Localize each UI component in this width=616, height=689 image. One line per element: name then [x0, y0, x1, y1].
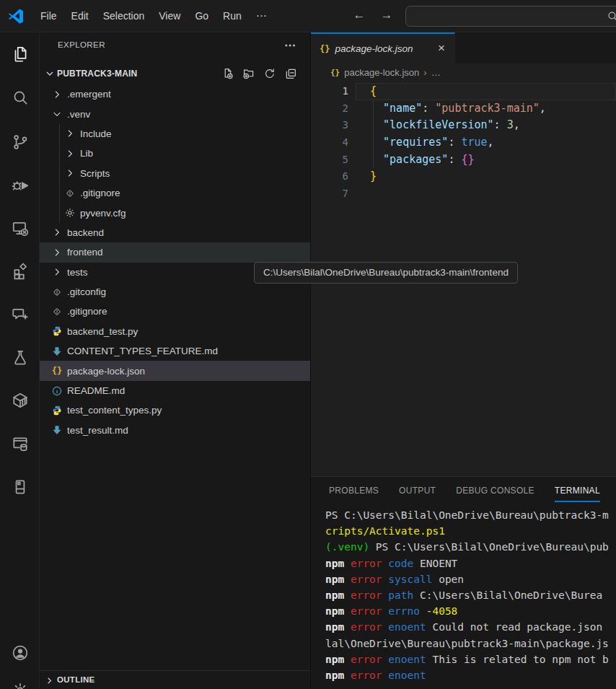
new-folder-icon[interactable] [242, 67, 255, 80]
tab-package-lock-json[interactable]: {} package-lock.json × [311, 32, 455, 63]
tree-file-readme-md[interactable]: README.md [40, 381, 310, 400]
explorer-more-button[interactable]: ⋯ [281, 38, 299, 52]
tree-item-label: tests [67, 267, 88, 278]
breadcrumb[interactable]: {} package-lock.json › … [311, 63, 616, 82]
terminal-line: lal\OneDrive\Bureau\pubtrack3-main\packa… [325, 636, 616, 651]
chevron-right-icon [51, 266, 63, 278]
menu-run[interactable]: Run [216, 6, 249, 25]
activity-chat-icon[interactable] [0, 297, 40, 332]
terminal-line: npm error enoent [325, 667, 616, 683]
explorer-actions [221, 67, 297, 80]
sidebar-title: EXPLORER [58, 40, 105, 49]
tree-file-backend-test-py[interactable]: backend_test.py [40, 322, 310, 341]
chevron-right-icon [64, 167, 76, 179]
nav-forward-button[interactable]: → [378, 8, 395, 22]
tree-folder--venv[interactable]: .venv [40, 104, 310, 123]
menu-go[interactable]: Go [188, 6, 216, 25]
tree-file-test-content-types-py[interactable]: test_content_types.py [40, 400, 310, 420]
tree-folder--emergent[interactable]: .emergent [40, 84, 310, 104]
menu-file[interactable]: File [33, 6, 64, 25]
tree-file--gitconfig[interactable]: .gitconfig [40, 282, 310, 302]
tab-close-icon[interactable]: × [434, 42, 449, 56]
activity-bar [0, 32, 40, 689]
activity-containers-icon[interactable] [0, 383, 40, 418]
explorer-section-header[interactable]: PUBTRACK3-MAIN [40, 63, 310, 84]
activity-source-control-icon[interactable] [0, 125, 40, 159]
tree-folder-include[interactable]: Include [40, 124, 310, 144]
panel-tab-debug-console[interactable]: DEBUG CONSOLE [456, 479, 534, 502]
code-line-content: } [356, 168, 616, 185]
code-line-7: 7 [311, 185, 616, 203]
code-line-content: "name": "pubtrack3-main", [356, 100, 616, 118]
panel-tab-terminal[interactable]: TERMINAL [555, 479, 600, 502]
activity-database-icon[interactable] [0, 426, 40, 461]
root-folder-label: PUBTRACK3-MAIN [57, 69, 137, 79]
panel-tab-bar: PROBLEMSOUTPUTDEBUG CONSOLETERMINAL [311, 477, 616, 504]
line-number: 4 [311, 134, 356, 152]
chevron-right-icon [64, 148, 76, 159]
activity-run-debug-icon[interactable] [0, 168, 40, 203]
python-icon [51, 325, 63, 337]
nav-back-button[interactable]: ← [351, 8, 368, 22]
activity-search-icon[interactable] [0, 80, 40, 115]
path-tooltip: C:\Users\Bilal\OneDrive\Bureau\pubtrack3… [254, 262, 518, 284]
activity-devices-icon[interactable] [0, 470, 40, 504]
tree-folder-frontend[interactable]: frontend [40, 242, 310, 262]
activity-extensions-icon[interactable] [0, 254, 40, 289]
chevron-down-icon [44, 68, 56, 79]
tree-item-label: CONTENT_TYPES_FEATURE.md [67, 346, 218, 356]
terminal-line: npm error enoent This is related to npm … [325, 651, 616, 667]
titlebar: FileEditSelectionViewGoRun ⋯ ← → [0, 0, 616, 32]
tree-folder-scripts[interactable]: Scripts [40, 164, 310, 183]
json-icon: {} [51, 365, 63, 377]
tree-item-label: README.md [67, 385, 125, 396]
panel-tab-output[interactable]: OUTPUT [399, 479, 436, 502]
activity-settings-icon[interactable] [0, 673, 40, 689]
breadcrumb-more[interactable]: … [431, 67, 441, 78]
menu-more-button[interactable]: ⋯ [249, 6, 275, 26]
menu-edit[interactable]: Edit [64, 6, 96, 25]
activity-testing-icon[interactable] [0, 341, 40, 375]
tree-item-label: backend_test.py [67, 326, 138, 337]
activity-account-icon[interactable] [0, 636, 40, 670]
activity-remote-explorer-icon[interactable] [0, 211, 40, 246]
code-line-5: 5 "packages": {} [311, 152, 616, 169]
breadcrumb-file[interactable]: package-lock.json [344, 67, 419, 78]
outline-section-header[interactable]: OUTLINE [40, 670, 310, 689]
tree-file-pyvenv-cfg[interactable]: pyvenv.cfg [40, 203, 310, 222]
new-file-icon[interactable] [221, 67, 234, 80]
chevron-down-icon [51, 108, 63, 120]
vscode-logo-icon [7, 7, 25, 25]
panel-tab-problems[interactable]: PROBLEMS [329, 479, 379, 502]
command-center-search[interactable] [405, 6, 616, 27]
menu-bar: FileEditSelectionViewGoRun [33, 9, 249, 22]
tree-file-test-result-md[interactable]: test_result.md [40, 421, 310, 440]
git-icon [51, 306, 63, 317]
code-line-content: "requires": true, [356, 134, 616, 152]
tree-file-package-lock-json[interactable]: {}package-lock.json [40, 361, 310, 380]
sidebar-header: EXPLORER ⋯ [40, 32, 310, 57]
tree-file--gitignore[interactable]: .gitignore [40, 183, 310, 203]
tab-label: package-lock.json [335, 43, 413, 54]
chevron-right-icon [51, 227, 63, 238]
terminal[interactable]: PS C:\Users\Bilal\OneDrive\Bureau\pubtra… [311, 504, 616, 689]
tree-item-label: .venv [67, 109, 90, 120]
tree-item-label: test_result.md [67, 425, 128, 436]
tree-file--gitignore[interactable]: .gitignore [40, 302, 310, 321]
tree-item-label: backend [67, 227, 104, 238]
gear-icon [64, 207, 76, 219]
tree-file-content-types-feature-md[interactable]: CONTENT_TYPES_FEATURE.md [40, 341, 310, 361]
tab-bar: {} package-lock.json × [311, 32, 616, 63]
tree-folder-lib[interactable]: Lib [40, 144, 310, 163]
code-line-3: 3 "lockfileVersion": 3, [311, 117, 616, 134]
git-icon [64, 188, 76, 199]
tree-folder-backend[interactable]: backend [40, 223, 310, 242]
chevron-right-icon [64, 128, 76, 139]
json-file-icon: {} [320, 44, 330, 54]
refresh-icon[interactable] [263, 67, 276, 80]
menu-selection[interactable]: Selection [96, 6, 152, 25]
collapse-all-icon[interactable] [284, 67, 297, 80]
activity-explorer-icon[interactable] [0, 37, 40, 71]
tree-item-label: Lib [80, 148, 93, 159]
menu-view[interactable]: View [151, 6, 188, 25]
